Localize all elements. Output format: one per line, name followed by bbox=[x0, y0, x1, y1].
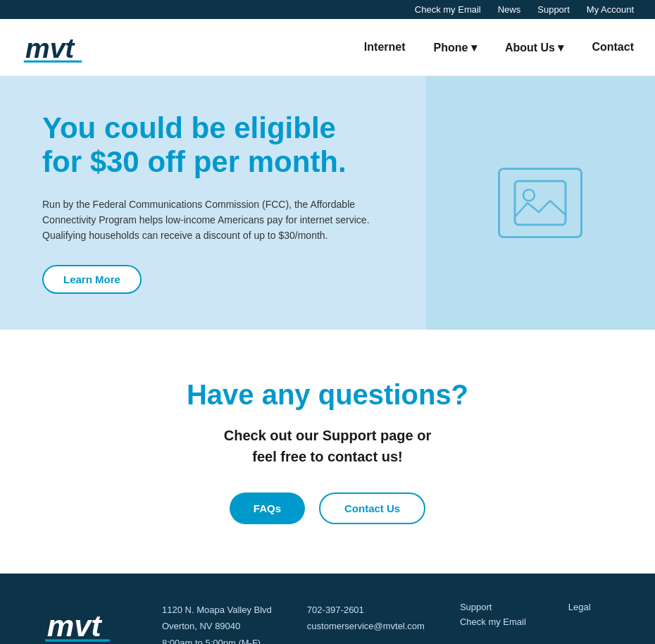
logo[interactable]: mvt bbox=[21, 26, 85, 68]
questions-section: Have any questions? Check out our Suppor… bbox=[0, 330, 655, 574]
check-my-email-link[interactable]: Check my Email bbox=[415, 4, 481, 15]
footer-links-col-1: Support Check my Email bbox=[460, 602, 526, 627]
learn-more-button[interactable]: Learn More bbox=[42, 265, 142, 294]
footer: mvt 1120 N. Moapa Valley Blvd Overton, N… bbox=[0, 574, 655, 644]
contact-us-button[interactable]: Contact Us bbox=[319, 493, 425, 524]
hero-section: You could be eligible for $30 off per mo… bbox=[0, 76, 655, 330]
nav-phone[interactable]: Phone ▾ bbox=[434, 41, 477, 54]
hero-description: Run by the Federal Communications Commis… bbox=[42, 197, 380, 244]
footer-support-link[interactable]: Support bbox=[460, 602, 526, 612]
nav-contact[interactable]: Contact bbox=[592, 41, 634, 54]
footer-links-col-2: Legal bbox=[568, 602, 591, 627]
svg-point-4 bbox=[523, 190, 535, 201]
svg-text:mvt: mvt bbox=[25, 33, 75, 63]
footer-main: mvt 1120 N. Moapa Valley Blvd Overton, N… bbox=[42, 602, 613, 644]
image-placeholder bbox=[498, 168, 582, 238]
questions-title: Have any questions? bbox=[21, 379, 634, 411]
nav-internet[interactable]: Internet bbox=[364, 41, 406, 54]
hero-title: You could be eligible for $30 off per mo… bbox=[42, 111, 384, 180]
hero-image-area bbox=[426, 76, 656, 330]
questions-buttons: FAQs Contact Us bbox=[21, 493, 634, 524]
nav-about-us[interactable]: About Us ▾ bbox=[505, 41, 564, 54]
footer-check-email-link[interactable]: Check my Email bbox=[460, 617, 526, 627]
svg-text:mvt: mvt bbox=[47, 609, 103, 643]
nav-links: Internet Phone ▾ About Us ▾ Contact bbox=[364, 41, 634, 54]
footer-links: Support Check my Email Legal bbox=[460, 602, 591, 627]
my-account-link[interactable]: My Account bbox=[587, 4, 634, 15]
footer-address: 1120 N. Moapa Valley Blvd Overton, NV 89… bbox=[162, 602, 272, 644]
footer-contact: 702-397-2601 customerservice@mvtel.com bbox=[307, 602, 425, 635]
footer-logo: mvt bbox=[42, 602, 127, 644]
svg-rect-3 bbox=[515, 181, 566, 225]
questions-subtitle: Check out our Support page orfeel free t… bbox=[21, 425, 634, 467]
main-nav: mvt Internet Phone ▾ About Us ▾ Contact bbox=[0, 19, 655, 76]
footer-legal-link[interactable]: Legal bbox=[568, 602, 591, 612]
faqs-button[interactable]: FAQs bbox=[230, 493, 305, 524]
hero-left: You could be eligible for $30 off per mo… bbox=[0, 76, 426, 330]
support-link[interactable]: Support bbox=[537, 4, 570, 15]
news-link[interactable]: News bbox=[498, 4, 521, 15]
top-bar: Check my Email News Support My Account bbox=[0, 0, 655, 19]
